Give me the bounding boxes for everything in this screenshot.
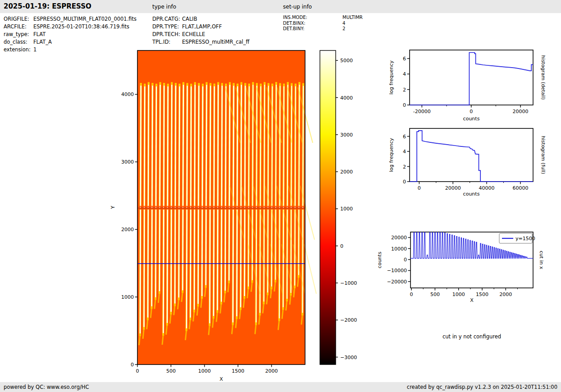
setup-info-row: INS.MODE:MULTIMR <box>283 15 363 21</box>
file-info-value: FLAT_A <box>33 39 52 45</box>
svg-text:counts: counts <box>463 116 480 122</box>
file-info-label: do_class: <box>4 38 33 46</box>
svg-text:−1000: −1000 <box>340 280 357 286</box>
file-info-row: ORIGFILE:ESPRESSO_MULTIMR_FLAT020_0001.f… <box>4 15 137 23</box>
setup-info-value: 4 <box>342 21 345 26</box>
svg-text:60000: 60000 <box>512 185 528 191</box>
svg-text:1000: 1000 <box>198 368 211 374</box>
type-info-row: DPR.TYPE:FLAT,LAMP,OFF <box>152 23 249 31</box>
svg-text:0: 0 <box>403 179 406 185</box>
histogram-full-figure: 02000040000600000246countslog frequencyh… <box>383 122 561 203</box>
setup-info-label: DET.BINY: <box>283 26 342 32</box>
legend: y=1500 <box>499 233 535 243</box>
type-info-row: DPR.TECH:ECHELLE <box>152 31 249 38</box>
footer-left-text: powered by QC: www.eso.org/HC <box>4 382 89 392</box>
svg-text:Y: Y <box>110 205 116 209</box>
svg-text:−2000: −2000 <box>340 317 357 323</box>
cut-in-y-note: cut in y not configured <box>404 333 539 340</box>
svg-text:y=1500: y=1500 <box>515 236 535 242</box>
setup-info-table: INS.MODE:MULTIMRDET.BINX:4DET.BINY:2 <box>283 15 363 32</box>
svg-text:counts: counts <box>463 191 480 197</box>
svg-text:counts: counts <box>377 251 383 268</box>
svg-text:2000: 2000 <box>499 292 512 297</box>
svg-text:0: 0 <box>470 109 473 114</box>
footer-bar: powered by QC: www.eso.org/HC created by… <box>0 382 561 392</box>
svg-text:500: 500 <box>430 292 440 297</box>
type-info-label: DPR.CATG: <box>152 15 182 23</box>
svg-text:0: 0 <box>131 362 134 368</box>
file-info-label: ARCFILE: <box>4 23 33 31</box>
type-info-table: DPR.CATG:CALIBDPR.TYPE:FLAT,LAMP,OFFDPR.… <box>152 15 249 46</box>
qc-rawdisp-report: 2025-01-19: ESPRESSO type info set-up in… <box>0 0 561 392</box>
setup-info-label: INS.MODE: <box>283 15 342 21</box>
svg-text:0: 0 <box>410 292 413 297</box>
page-title: 2025-01-19: ESPRESSO <box>4 2 91 10</box>
svg-text:−3000: −3000 <box>340 355 357 360</box>
svg-text:1000: 1000 <box>340 206 353 212</box>
file-info-value: ESPRE.2025-01-20T10:38:46.719.fits <box>33 23 129 30</box>
svg-text:500: 500 <box>166 368 176 374</box>
type-info-row: DPR.CATG:CALIB <box>152 15 249 23</box>
type-info-value: FLAT,LAMP,OFF <box>182 23 222 30</box>
svg-text:2: 2 <box>403 87 406 93</box>
setup-info-heading: set-up info <box>283 4 312 10</box>
svg-text:20000: 20000 <box>445 185 461 191</box>
setup-info-value: 2 <box>342 26 345 31</box>
file-info-row: ARCFILE:ESPRE.2025-01-20T10:38:46.719.fi… <box>4 23 137 31</box>
raw-frame-heatmap-figure: 050010001500200001000200030004000XY50004… <box>108 43 360 383</box>
svg-text:2000: 2000 <box>340 169 353 175</box>
setup-info-row: DET.BINY:2 <box>283 26 363 32</box>
svg-text:3000: 3000 <box>121 159 134 165</box>
file-info-value: 1 <box>33 46 36 53</box>
svg-text:log frequency: log frequency <box>388 60 394 95</box>
svg-text:−10000: −10000 <box>387 268 407 273</box>
svg-text:-20000: -20000 <box>413 109 431 114</box>
svg-text:4: 4 <box>403 149 406 155</box>
heatmap-plot <box>137 50 316 365</box>
svg-text:4: 4 <box>403 71 406 77</box>
type-info-label: DPR.TYPE: <box>152 23 182 31</box>
svg-text:histogram (detail): histogram (detail) <box>540 55 546 100</box>
svg-text:10000: 10000 <box>391 246 407 252</box>
svg-text:0: 0 <box>340 243 343 249</box>
setup-info-value: MULTIMR <box>342 15 363 20</box>
svg-text:5000: 5000 <box>340 58 353 64</box>
svg-text:0: 0 <box>403 102 406 108</box>
file-info-value: ESPRESSO_MULTIMR_FLAT020_0001.fits <box>33 16 137 22</box>
svg-text:3000: 3000 <box>340 132 353 138</box>
svg-text:40000: 40000 <box>479 185 495 191</box>
hist_full-curve <box>410 131 533 182</box>
colorbar: 500040003000200010000−1000−2000−3000 <box>320 50 357 365</box>
header-bar: 2025-01-19: ESPRESSO type info set-up in… <box>0 0 561 13</box>
type-info-label: DPR.TECH: <box>152 31 182 38</box>
histogram-detail-figure: -200000200000246countslog frequencyhisto… <box>383 43 561 126</box>
svg-text:2000: 2000 <box>121 227 134 232</box>
file-info-label: ORIGFILE: <box>4 15 33 23</box>
svg-text:1000: 1000 <box>121 294 134 300</box>
svg-text:log frequency: log frequency <box>388 138 394 172</box>
hist_detail-curve <box>410 53 533 105</box>
type-info-heading: type info <box>152 4 176 10</box>
svg-text:X: X <box>219 376 223 382</box>
svg-text:2000: 2000 <box>265 368 278 374</box>
svg-text:X: X <box>470 297 474 303</box>
svg-text:6: 6 <box>403 134 406 140</box>
file-info-row: raw_type:FLAT <box>4 31 137 38</box>
setup-info-label: DET.BINX: <box>283 21 342 27</box>
svg-text:2: 2 <box>403 164 406 170</box>
svg-text:0: 0 <box>418 185 421 191</box>
svg-text:histogram (full): histogram (full) <box>540 136 546 174</box>
file-info-value: FLAT <box>33 31 46 37</box>
svg-text:cut in x: cut in x <box>538 251 544 269</box>
svg-text:4000: 4000 <box>340 95 353 101</box>
type-info-value: CALIB <box>182 16 197 22</box>
type-info-value: ECHELLE <box>182 31 205 37</box>
svg-text:6: 6 <box>403 56 406 62</box>
svg-text:0: 0 <box>136 368 139 374</box>
svg-text:1500: 1500 <box>232 368 244 374</box>
setup-info-row: DET.BINX:4 <box>283 21 363 27</box>
svg-text:20000: 20000 <box>391 235 407 241</box>
svg-text:1000: 1000 <box>452 292 465 297</box>
svg-text:20000: 20000 <box>513 109 529 114</box>
svg-text:1500: 1500 <box>476 292 488 297</box>
